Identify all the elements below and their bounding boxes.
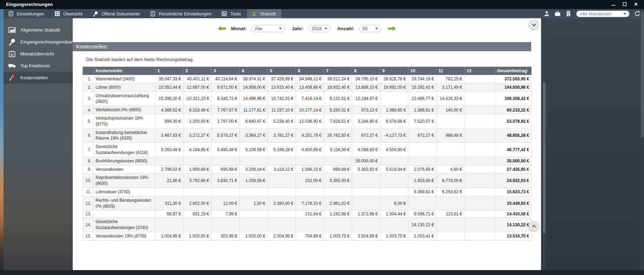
svg-text:31: 31 bbox=[11, 53, 14, 56]
row-number-cell: 11. bbox=[83, 188, 93, 196]
table-row-13[interactable]: 13.56,87 €631,19 €7,99 €131,84 €1.192,68… bbox=[83, 210, 532, 218]
month-value-cell: 14.130,22 € bbox=[408, 218, 436, 232]
maximize-icon[interactable] bbox=[622, 1, 627, 7]
table-row-8[interactable]: 8.Buchführungskosten (6830)35.000,00 €35… bbox=[83, 157, 532, 165]
scroll-down-button[interactable] bbox=[529, 20, 539, 30]
window-titlebar: Eingangsrechnungen bbox=[0, 0, 644, 9]
total-cell: 15.449,93 € bbox=[495, 196, 532, 210]
month-value-cell: 7.176,10 € bbox=[296, 196, 324, 210]
tab-offene-dokumente[interactable]: Offene Dokumente bbox=[89, 9, 146, 18]
month-value-cell: 973,13 € bbox=[352, 106, 380, 114]
table-row-12[interactable]: 12.Rechts- und Beratungskosten 0% (6825)… bbox=[83, 196, 532, 210]
sidebar-item-eingangsrechnungenuebersicht[interactable]: Eingangsrechnungenübers... bbox=[4, 36, 73, 48]
window-bottom-edge bbox=[0, 270, 644, 275]
scroll-to-top-button[interactable] bbox=[529, 221, 539, 231]
sidebar-item-top-kreditoren[interactable]: Top Kreditoren bbox=[4, 60, 73, 72]
close-icon[interactable] bbox=[633, 1, 638, 7]
month-value-cell: 21,80 € bbox=[155, 174, 183, 188]
month-value-cell: 36.512,24 € bbox=[324, 75, 352, 83]
table-row-1[interactable]: 1.Wareneinkauf (5400)35.047,33 €40.401,1… bbox=[83, 75, 532, 83]
anzahl-select-value: 50 bbox=[363, 26, 372, 31]
month-value-cell bbox=[352, 174, 380, 188]
table-row-5[interactable]: 5.Verkaufsprovisionen 19% (6770)994,30 €… bbox=[83, 114, 532, 128]
table-row-6[interactable]: 6.Instandhaltung betrieblicher Räume 19%… bbox=[83, 128, 532, 143]
month-value-cell: 22.489,77 € bbox=[408, 92, 436, 106]
desktop-wallpaper-strip bbox=[0, 9, 4, 270]
month-value-cell bbox=[155, 188, 183, 196]
table-row-14[interactable]: 14.Gesetzliche Sozialaufwendungen (3740)… bbox=[83, 218, 532, 232]
month-value-cell: 6.131,51 € bbox=[324, 92, 352, 106]
month-value-cell bbox=[408, 196, 436, 210]
previous-period-button[interactable] bbox=[217, 26, 226, 32]
month-value-cell bbox=[464, 218, 495, 232]
month-value-cell bbox=[464, 210, 495, 218]
chevron-down-icon bbox=[623, 13, 626, 15]
month-value-cell: 1.258,06 € bbox=[240, 174, 268, 188]
jahr-select[interactable]: 2018 bbox=[308, 25, 331, 32]
table-row-11[interactable]: 11.Lohnsteuer (3730)9.369,91 €6.253,82 €… bbox=[83, 188, 532, 196]
month-value-cell: 38.828,78 € bbox=[380, 75, 408, 83]
col-header-4: 3 bbox=[212, 67, 240, 75]
month-value-cell: 11.177,61 € bbox=[240, 106, 268, 114]
month-value-cell bbox=[464, 188, 495, 196]
tab-einstellungen[interactable]: Einstellungen bbox=[4, 9, 50, 18]
tab-persoenliche-einstellungen[interactable]: Persönliche Einstellungen bbox=[146, 9, 217, 18]
monat-select[interactable]: Alle bbox=[251, 25, 285, 32]
kostenstelle-cell: Wareneinkauf (5400) bbox=[93, 75, 155, 83]
section-header: Kostenstellen: bbox=[73, 42, 531, 51]
minimize-icon[interactable] bbox=[611, 1, 616, 7]
month-value-cell: 6.318,49 € bbox=[183, 106, 212, 114]
month-value-cell: 12.667,00 € bbox=[183, 83, 212, 92]
statistic-note: Die Statistik basiert auf dem Netto Rech… bbox=[86, 57, 194, 62]
user-icon[interactable] bbox=[544, 11, 550, 17]
next-period-button[interactable] bbox=[388, 26, 396, 32]
month-value-cell: 7.416,14 € bbox=[296, 92, 324, 106]
month-value-cell: 1.500,00 € bbox=[183, 232, 212, 240]
table-row-4[interactable]: 4.Werbekosten 0% (6600)4.366,52 €6.318,4… bbox=[83, 106, 532, 114]
sidebar-item-label: Monatsübersicht bbox=[20, 51, 55, 56]
total-cell: 46.777,42 € bbox=[495, 143, 532, 157]
total-cell: 24.922,03 € bbox=[495, 174, 532, 188]
table-row-15[interactable]: 15.Versandkosten 19% (6700)1.004,95 €1.5… bbox=[83, 232, 532, 240]
total-cell: 106.308,42 € bbox=[495, 92, 532, 106]
jahr-select-value: 2018 bbox=[312, 26, 322, 31]
refresh-icon[interactable] bbox=[634, 11, 640, 17]
table-row-9[interactable]: 9.Versandkosten2.799,02 €1.956,89 €695,6… bbox=[83, 165, 532, 174]
page-scrollbar-thumb[interactable] bbox=[641, 11, 644, 138]
total-cell: 27.425,95 € bbox=[495, 165, 532, 174]
sidebar: Allgemeine StatistikEingangsrechnungenüb… bbox=[4, 18, 73, 270]
sidebar-item-kostenstellen[interactable]: Kostenstellen bbox=[4, 72, 73, 83]
month-value-cell: 9.671,00 € bbox=[212, 83, 240, 92]
row-number-cell: 1. bbox=[83, 75, 93, 83]
table-row-7[interactable]: 7.Gesetzliche Sozialaufwendungen (6118)8… bbox=[83, 143, 532, 157]
month-value-cell bbox=[436, 218, 464, 232]
table-row-3[interactable]: 3.Umsatzsteuervorauszahlung (3820)15.396… bbox=[83, 92, 532, 106]
month-value-cell bbox=[464, 165, 495, 174]
tab-uebersicht[interactable]: Übersicht bbox=[50, 9, 89, 18]
month-value-cell: 631,19 € bbox=[183, 210, 212, 218]
content-scrollbar-thumb[interactable] bbox=[543, 82, 546, 233]
month-value-cell: 12.194,97 € bbox=[352, 92, 380, 106]
anzahl-select[interactable]: 50 bbox=[359, 25, 382, 32]
month-value-cell bbox=[436, 143, 464, 157]
menubar: EinstellungenÜbersichtOffene DokumentePe… bbox=[0, 9, 644, 18]
table-row-10[interactable]: 10.Repräsentationskosten 19% (6630)21,80… bbox=[83, 174, 532, 188]
month-value-cell: 4.558,90 € bbox=[380, 143, 408, 157]
month-value-cell: 152,00 € bbox=[296, 174, 324, 188]
month-value-cell bbox=[464, 232, 495, 240]
calendar-31-icon: 31 bbox=[8, 50, 16, 58]
table-row-2[interactable]: 2.Löhne (6000)10.352,44 €12.667,00 €9.67… bbox=[83, 83, 532, 92]
company-icon[interactable] bbox=[565, 11, 572, 17]
sidebar-item-allgemeine-statistik[interactable]: Allgemeine Statistik bbox=[4, 24, 73, 36]
briefcase-icon[interactable] bbox=[554, 11, 561, 17]
tab-tools[interactable]: Tools bbox=[217, 9, 247, 18]
client-select[interactable]: Alle Mandanten bbox=[576, 11, 630, 17]
month-value-cell: 56,87 € bbox=[155, 210, 183, 218]
month-value-cell: 11.297,10 € bbox=[268, 106, 296, 114]
tab-statistik[interactable]: Statistik bbox=[247, 9, 282, 18]
month-value-cell: 5.238,40 € bbox=[268, 114, 296, 128]
kostenstelle-cell: Gesetzliche Sozialaufwendungen (6118) bbox=[93, 143, 155, 157]
sidebar-item-monatsuebersicht[interactable]: 31Monatsübersicht bbox=[4, 48, 73, 60]
month-value-cell: 3.118,12 € bbox=[268, 165, 296, 174]
month-value-cell: 26.762,50 € bbox=[324, 128, 352, 143]
